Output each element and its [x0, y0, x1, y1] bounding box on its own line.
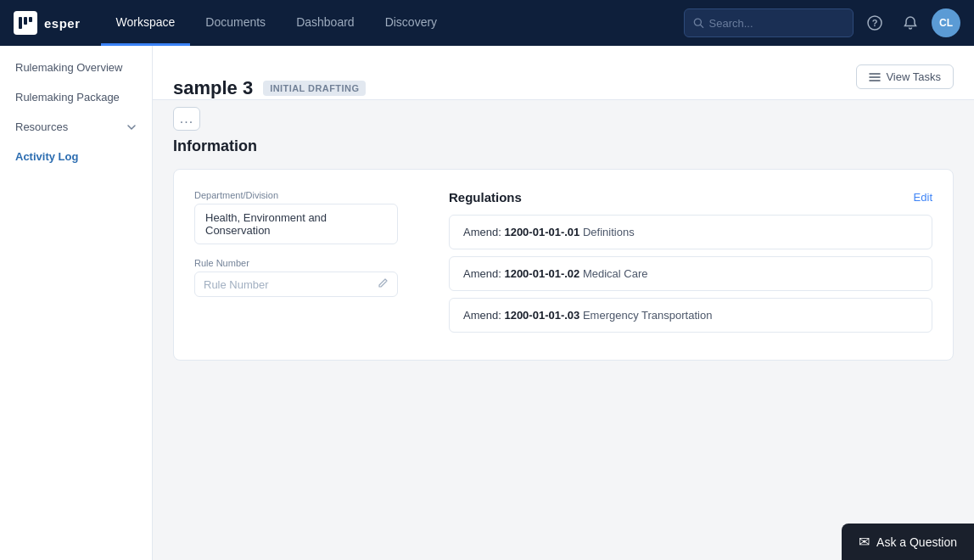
svg-rect-2 [29, 17, 32, 22]
sidebar-item-label: Resources [15, 120, 68, 133]
rule-number-placeholder: Rule Number [204, 278, 269, 291]
content-section: Information Department/Division Health, … [153, 137, 974, 381]
header-actions: View Tasks [856, 64, 954, 99]
search-icon [693, 17, 704, 29]
rule-number-field[interactable]: Rule Number [194, 272, 398, 297]
rule-number-label: Rule Number [194, 258, 415, 268]
svg-rect-0 [19, 17, 22, 29]
fields-column: Department/Division Health, Environment … [194, 190, 415, 339]
logo-area: esper [14, 11, 81, 35]
regulations-header: Regulations Edit [449, 190, 932, 204]
notifications-button[interactable] [896, 8, 925, 37]
top-navigation: esper Workspace Documents Dashboard Disc… [0, 0, 974, 46]
reg-prefix-2: Amend: [463, 267, 504, 280]
department-field-group: Department/Division Health, Environment … [194, 190, 415, 244]
sidebar-item-label: Activity Log [15, 150, 78, 163]
regulations-edit-link[interactable]: Edit [914, 191, 932, 204]
page-title-row: sample 3 INITIAL DRAFTING [173, 77, 846, 99]
reg-desc-3: Emergency Transportation [579, 309, 712, 322]
reg-prefix-3: Amend: [463, 309, 504, 322]
search-bar [684, 8, 854, 37]
more-dots: ... [180, 111, 193, 126]
sidebar-item-rulemaking-package[interactable]: Rulemaking Package [0, 82, 152, 112]
regulation-item-1: Amend: 1200-01-01-.01 Definitions [449, 215, 932, 249]
reg-desc-2: Medical Care [579, 267, 647, 280]
help-button[interactable]: ? [860, 8, 889, 37]
regulation-item-2: Amend: 1200-01-01-.02 Medical Care [449, 256, 932, 291]
sidebar-item-label: Rulemaking Package [15, 91, 120, 104]
reg-code-2: 1200-01-01-.02 [504, 267, 579, 280]
search-input[interactable] [709, 17, 844, 30]
ask-question-label: Ask a Question [876, 535, 957, 549]
section-title: Information [173, 137, 954, 155]
department-value: Health, Environment and Conservation [194, 204, 398, 244]
nav-dashboard[interactable]: Dashboard [281, 0, 370, 46]
reg-code-3: 1200-01-01-.03 [504, 309, 579, 322]
list-icon [869, 71, 881, 83]
avatar[interactable]: CL [932, 8, 960, 37]
svg-rect-1 [24, 17, 27, 25]
logo-text: esper [44, 16, 81, 31]
svg-text:?: ? [872, 18, 878, 28]
reg-desc-1: Definitions [579, 226, 634, 238]
reg-prefix-1: Amend: [463, 226, 504, 238]
info-card: Department/Division Health, Environment … [173, 169, 954, 361]
status-badge: INITIAL DRAFTING [263, 81, 366, 96]
nav-links: Workspace Documents Dashboard Discovery [101, 0, 684, 46]
svg-line-4 [701, 25, 703, 27]
main-layout: Rulemaking Overview Rulemaking Package R… [0, 46, 974, 560]
sidebar-item-activity-log[interactable]: Activity Log [0, 142, 152, 171]
nav-documents[interactable]: Documents [190, 0, 281, 46]
chevron-down-icon [126, 122, 137, 132]
sidebar-item-resources[interactable]: Resources [0, 112, 152, 142]
regulation-item-3: Amend: 1200-01-01-.03 Emergency Transpor… [449, 298, 932, 333]
regulations-column: Regulations Edit Amend: 1200-01-01-.01 D… [449, 190, 932, 339]
logo-icon [14, 11, 37, 35]
nav-discovery[interactable]: Discovery [370, 0, 452, 46]
content-area: sample 3 INITIAL DRAFTING View Tasks ... [153, 46, 974, 560]
department-label: Department/Division [194, 190, 415, 200]
sidebar-item-label: Rulemaking Overview [15, 61, 122, 74]
nav-right: ? CL [684, 8, 960, 37]
regulations-title: Regulations [449, 190, 522, 204]
reg-code-1: 1200-01-01-.01 [504, 226, 579, 238]
more-row: ... [153, 100, 974, 137]
edit-icon[interactable] [378, 277, 389, 291]
rule-number-field-group: Rule Number Rule Number [194, 258, 415, 297]
ask-question-button[interactable]: ✉ Ask a Question [842, 524, 974, 560]
sidebar-item-rulemaking-overview[interactable]: Rulemaking Overview [0, 53, 152, 82]
more-button[interactable]: ... [173, 107, 200, 131]
page-header: sample 3 INITIAL DRAFTING View Tasks [153, 46, 974, 100]
page-title: sample 3 [173, 77, 253, 99]
envelope-icon: ✉ [859, 534, 870, 550]
view-tasks-label: View Tasks [886, 70, 941, 83]
view-tasks-button[interactable]: View Tasks [856, 64, 954, 89]
nav-workspace[interactable]: Workspace [101, 0, 191, 46]
sidebar: Rulemaking Overview Rulemaking Package R… [0, 46, 153, 560]
